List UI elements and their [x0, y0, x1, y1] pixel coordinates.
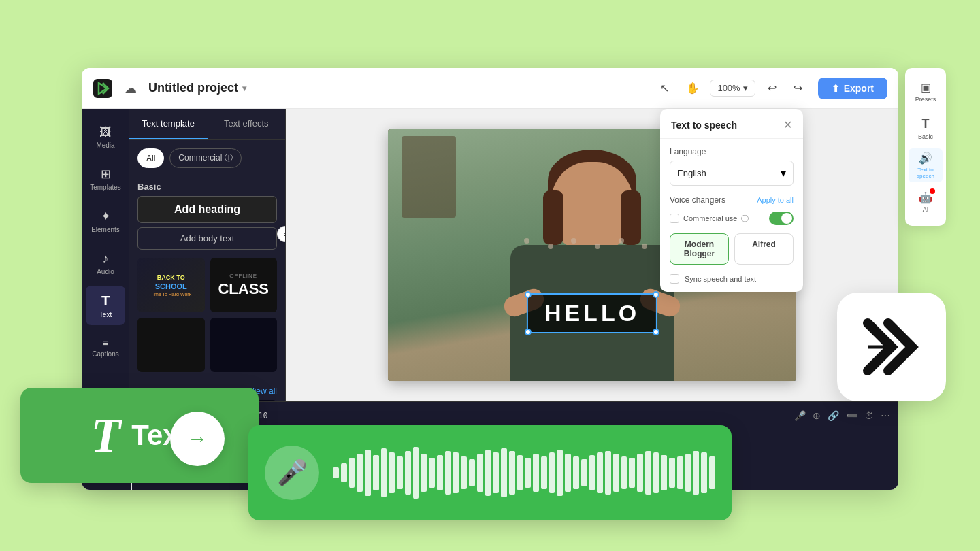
- handle-tl[interactable]: [525, 291, 532, 298]
- project-title[interactable]: Untitled project ▾: [148, 81, 246, 95]
- undo-btn[interactable]: ↩: [761, 77, 784, 100]
- tts-close-btn[interactable]: ✕: [783, 118, 792, 131]
- template-card-4[interactable]: [210, 318, 278, 372]
- sidebar-item-captions[interactable]: ≡ Captions: [86, 328, 125, 367]
- add-body-text-btn[interactable]: Add body text: [137, 227, 277, 250]
- filter-all-btn[interactable]: All: [137, 148, 164, 168]
- tab-text-effects[interactable]: Text effects: [208, 109, 286, 139]
- wave-bar: [677, 456, 683, 489]
- sidebar-item-audio[interactable]: ♪ Audio: [86, 244, 125, 283]
- tts-commercial-toggle[interactable]: [769, 212, 794, 225]
- sidebar-item-elements[interactable]: ✦ Elements: [86, 201, 125, 241]
- wave-bar: [341, 463, 347, 482]
- waveform: [333, 446, 715, 500]
- svg-rect-0: [93, 79, 112, 98]
- sidebar-item-templates[interactable]: ⊞ Templates: [86, 159, 125, 199]
- media-icon: 🖼: [99, 125, 112, 139]
- preset-item-presets[interactable]: ▣ Presets: [909, 75, 943, 109]
- wave-bar: [349, 458, 355, 488]
- audio-icon: ♪: [103, 252, 109, 266]
- wave-bar: [461, 456, 467, 489]
- templates-icon: ⊞: [101, 167, 111, 182]
- tab-text-template[interactable]: Text template: [129, 109, 208, 139]
- export-button[interactable]: ⬆ Export: [818, 78, 887, 99]
- template-grid: BACK TO SCHOOL Time To Hard Work OFFLINE…: [129, 258, 285, 380]
- wave-bar: [581, 459, 587, 486]
- toolbar-tools: ↖ ✋ 100% ▾ ↩ ↪: [653, 77, 809, 100]
- tts-language-value: English: [677, 168, 706, 178]
- wave-bar: [613, 454, 619, 492]
- handle-bl[interactable]: [525, 329, 532, 335]
- wave-bar: [653, 452, 659, 493]
- voice-alfred[interactable]: Alfred: [734, 233, 794, 265]
- tts-preset-icon: 🔊: [919, 152, 932, 165]
- wave-bar: [661, 455, 667, 490]
- wave-bar: [469, 459, 475, 486]
- wave-bar: [693, 451, 699, 495]
- wave-bar: [373, 455, 379, 490]
- top-bar: ☁ Untitled project ▾ ↖ ✋ 100% ▾ ↩ ↪ ⬆ Ex…: [82, 68, 898, 109]
- wave-bar: [493, 452, 499, 493]
- wave-bar: [629, 458, 635, 488]
- timeline-minus-icon[interactable]: ➖: [846, 410, 858, 421]
- timeline-split-icon[interactable]: ⊕: [813, 410, 821, 421]
- wave-bar: [541, 456, 547, 489]
- wave-bar: [605, 451, 611, 495]
- sidebar-item-text[interactable]: T Text: [86, 286, 125, 325]
- tts-commercial-checkbox[interactable]: [670, 214, 679, 223]
- presets-icon: ▣: [921, 81, 931, 94]
- select-tool-btn[interactable]: ↖: [653, 77, 676, 100]
- elements-icon: ✦: [101, 209, 111, 224]
- wave-bar: [501, 448, 507, 497]
- wave-bar: [709, 456, 715, 489]
- preset-item-ai[interactable]: 🤖 AI: [909, 185, 943, 219]
- panel-tabs: Text template Text effects: [129, 109, 285, 140]
- tts-voice-changers-label: Voice changers: [670, 195, 725, 205]
- capcut-logo-svg: [858, 313, 926, 381]
- wave-bar: [589, 455, 595, 490]
- float-audio-card: 🎤: [248, 425, 732, 520]
- wave-bar: [685, 454, 691, 492]
- float-arrow-card: →: [170, 412, 225, 466]
- template-offline-class[interactable]: OFFLINE CLASS: [210, 258, 278, 312]
- sync-checkbox[interactable]: [670, 274, 679, 284]
- timeline-link-icon[interactable]: 🔗: [828, 410, 839, 421]
- timeline-clock-icon[interactable]: ⏱: [864, 410, 874, 421]
- tts-toggle-knob: [781, 213, 792, 224]
- template-card-3[interactable]: [137, 318, 205, 372]
- wave-bar: [421, 454, 427, 492]
- text-sidebar-icon: T: [101, 293, 110, 309]
- panel-expand-chevron[interactable]: ›: [277, 226, 286, 242]
- add-heading-btn[interactable]: Add heading: [137, 196, 277, 223]
- panel-filters: All Commercial ⓘ: [129, 140, 285, 176]
- zoom-control[interactable]: 100% ▾: [710, 80, 755, 97]
- wave-bar: [429, 458, 435, 488]
- filter-commercial-btn[interactable]: Commercial ⓘ: [169, 148, 241, 168]
- hello-text-element[interactable]: HELLO: [527, 293, 657, 333]
- text-panel: Text template Text effects All Commercia…: [129, 109, 286, 401]
- wave-bar: [525, 458, 531, 488]
- template-back-school[interactable]: BACK TO SCHOOL Time To Hard Work: [137, 258, 205, 312]
- wave-bar: [437, 455, 443, 490]
- wave-bar: [701, 452, 707, 493]
- hand-tool-btn[interactable]: ✋: [681, 77, 704, 100]
- tts-apply-all-btn[interactable]: Apply to all: [757, 196, 794, 204]
- wave-bar: [517, 455, 523, 490]
- mic-icon: 🎤: [277, 458, 308, 487]
- float-text-icon: T: [91, 407, 120, 464]
- wave-bar: [365, 450, 371, 496]
- preset-item-basic[interactable]: T Basic: [909, 112, 943, 146]
- timeline-mic-icon[interactable]: 🎤: [794, 410, 806, 421]
- redo-btn[interactable]: ↪: [787, 77, 810, 100]
- tts-language-dropdown[interactable]: English ▾: [670, 161, 794, 186]
- wave-bar: [557, 450, 563, 496]
- sidebar-item-media[interactable]: 🖼 Media: [86, 117, 125, 156]
- preset-item-tts[interactable]: 🔊 Text to speech: [909, 148, 943, 182]
- cloud-icon[interactable]: ☁: [121, 79, 140, 98]
- tts-panel: Text to speech ✕ Language English ▾ Voic…: [660, 109, 803, 292]
- wave-bar: [381, 448, 387, 497]
- timeline-more-icon[interactable]: ⋯: [881, 410, 890, 421]
- wave-bar: [597, 452, 603, 493]
- basic-section-title: Basic: [129, 176, 285, 196]
- voice-modern-blogger[interactable]: Modern Blogger: [670, 233, 729, 265]
